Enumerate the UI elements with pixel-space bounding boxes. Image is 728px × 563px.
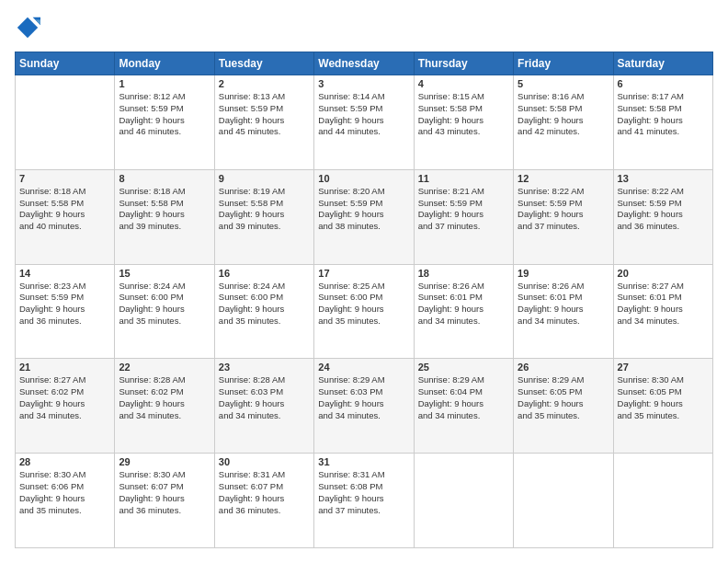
day-info: Sunrise: 8:18 AMSunset: 5:58 PMDaylight:… [119,186,210,233]
weekday-header-thursday: Thursday [414,52,513,75]
day-number: 25 [418,362,509,373]
calendar-cell [16,75,115,170]
calendar-cell: 3Sunrise: 8:14 AMSunset: 5:59 PMDaylight… [314,75,414,170]
day-info: Sunrise: 8:26 AMSunset: 6:01 PMDaylight:… [418,281,509,327]
calendar-week-3: 14Sunrise: 8:23 AMSunset: 5:59 PMDayligh… [16,264,713,359]
day-info: Sunrise: 8:29 AMSunset: 6:04 PMDaylight:… [418,374,509,421]
day-number: 20 [618,268,709,279]
calendar-cell: 10Sunrise: 8:20 AMSunset: 5:59 PMDayligh… [314,169,414,264]
day-number: 22 [119,362,210,373]
day-info: Sunrise: 8:27 AMSunset: 6:01 PMDaylight:… [618,281,709,327]
day-info: Sunrise: 8:24 AMSunset: 6:00 PMDaylight:… [119,281,210,327]
day-number: 27 [618,362,709,373]
calendar-table: SundayMondayTuesdayWednesdayThursdayFrid… [15,52,713,548]
day-number: 6 [618,78,709,89]
calendar-cell: 26Sunrise: 8:29 AMSunset: 6:05 PMDayligh… [514,359,613,454]
day-number: 29 [119,456,210,467]
calendar-cell: 17Sunrise: 8:25 AMSunset: 6:00 PMDayligh… [314,264,414,359]
calendar-week-1: 1Sunrise: 8:12 AMSunset: 5:59 PMDaylight… [16,75,713,170]
day-info: Sunrise: 8:21 AMSunset: 5:59 PMDaylight:… [418,186,509,233]
day-number: 24 [318,362,409,373]
calendar-cell: 9Sunrise: 8:19 AMSunset: 5:58 PMDaylight… [214,169,313,264]
day-info: Sunrise: 8:20 AMSunset: 5:59 PMDaylight:… [318,186,409,233]
day-number: 11 [418,173,509,184]
day-info: Sunrise: 8:15 AMSunset: 5:58 PMDaylight:… [418,91,509,138]
day-number: 10 [318,173,409,184]
day-info: Sunrise: 8:14 AMSunset: 5:59 PMDaylight:… [318,91,409,138]
day-number: 17 [318,268,409,279]
weekday-header-monday: Monday [115,52,214,75]
calendar-cell: 4Sunrise: 8:15 AMSunset: 5:58 PMDaylight… [414,75,513,170]
calendar-cell: 30Sunrise: 8:31 AMSunset: 6:07 PMDayligh… [214,454,313,548]
weekday-header-wednesday: Wednesday [314,52,414,75]
day-info: Sunrise: 8:22 AMSunset: 5:59 PMDaylight:… [618,186,709,233]
day-info: Sunrise: 8:26 AMSunset: 6:01 PMDaylight:… [518,281,609,327]
calendar-cell: 28Sunrise: 8:30 AMSunset: 6:06 PMDayligh… [16,454,115,548]
day-number: 13 [618,173,709,184]
calendar-cell: 25Sunrise: 8:29 AMSunset: 6:04 PMDayligh… [414,359,513,454]
calendar-cell: 19Sunrise: 8:26 AMSunset: 6:01 PMDayligh… [514,264,613,359]
day-number: 15 [119,268,210,279]
calendar-cell: 11Sunrise: 8:21 AMSunset: 5:59 PMDayligh… [414,169,513,264]
calendar-cell: 6Sunrise: 8:17 AMSunset: 5:58 PMDaylight… [613,75,712,170]
calendar-week-5: 28Sunrise: 8:30 AMSunset: 6:06 PMDayligh… [16,454,713,548]
day-info: Sunrise: 8:30 AMSunset: 6:05 PMDaylight:… [618,374,709,421]
day-number: 16 [219,268,310,279]
day-info: Sunrise: 8:31 AMSunset: 6:07 PMDaylight:… [219,469,310,516]
calendar-cell: 12Sunrise: 8:22 AMSunset: 5:59 PMDayligh… [514,169,613,264]
calendar-cell [414,454,513,548]
page: SundayMondayTuesdayWednesdayThursdayFrid… [0,0,728,563]
weekday-header-tuesday: Tuesday [214,52,313,75]
day-info: Sunrise: 8:13 AMSunset: 5:59 PMDaylight:… [219,91,310,138]
day-number: 3 [318,78,409,89]
day-info: Sunrise: 8:28 AMSunset: 6:03 PMDaylight:… [219,374,310,421]
calendar-cell: 8Sunrise: 8:18 AMSunset: 5:58 PMDaylight… [115,169,214,264]
calendar-cell [613,454,712,548]
calendar-cell: 27Sunrise: 8:30 AMSunset: 6:05 PMDayligh… [613,359,712,454]
calendar-cell: 7Sunrise: 8:18 AMSunset: 5:58 PMDaylight… [16,169,115,264]
day-number: 9 [219,173,310,184]
day-info: Sunrise: 8:31 AMSunset: 6:08 PMDaylight:… [318,469,409,516]
logo [15,15,42,40]
day-info: Sunrise: 8:18 AMSunset: 5:58 PMDaylight:… [19,186,110,233]
day-number: 12 [518,173,609,184]
day-number: 2 [219,78,310,89]
day-info: Sunrise: 8:22 AMSunset: 5:59 PMDaylight:… [518,186,609,233]
day-info: Sunrise: 8:19 AMSunset: 5:58 PMDaylight:… [219,186,310,233]
day-info: Sunrise: 8:29 AMSunset: 6:03 PMDaylight:… [318,374,409,421]
day-number: 4 [418,78,509,89]
day-info: Sunrise: 8:24 AMSunset: 6:00 PMDaylight:… [219,281,310,327]
calendar-cell: 5Sunrise: 8:16 AMSunset: 5:58 PMDaylight… [514,75,613,170]
day-info: Sunrise: 8:12 AMSunset: 5:59 PMDaylight:… [119,91,210,138]
calendar-cell: 24Sunrise: 8:29 AMSunset: 6:03 PMDayligh… [314,359,414,454]
weekday-header-saturday: Saturday [613,52,712,75]
calendar-cell: 14Sunrise: 8:23 AMSunset: 5:59 PMDayligh… [16,264,115,359]
calendar-cell: 22Sunrise: 8:28 AMSunset: 6:02 PMDayligh… [115,359,214,454]
svg-marker-0 [17,17,38,38]
calendar-cell [514,454,613,548]
calendar-cell: 18Sunrise: 8:26 AMSunset: 6:01 PMDayligh… [414,264,513,359]
calendar-cell: 13Sunrise: 8:22 AMSunset: 5:59 PMDayligh… [613,169,712,264]
weekday-header-friday: Friday [514,52,613,75]
day-number: 18 [418,268,509,279]
day-number: 8 [119,173,210,184]
day-info: Sunrise: 8:29 AMSunset: 6:05 PMDaylight:… [518,374,609,421]
calendar-cell: 16Sunrise: 8:24 AMSunset: 6:00 PMDayligh… [214,264,313,359]
logo-icon [15,15,40,40]
calendar-cell: 31Sunrise: 8:31 AMSunset: 6:08 PMDayligh… [314,454,414,548]
day-info: Sunrise: 8:27 AMSunset: 6:02 PMDaylight:… [19,374,110,421]
day-number: 1 [119,78,210,89]
day-number: 26 [518,362,609,373]
day-info: Sunrise: 8:30 AMSunset: 6:06 PMDaylight:… [19,469,110,516]
day-number: 7 [19,173,110,184]
weekday-header-sunday: Sunday [16,52,115,75]
day-number: 23 [219,362,310,373]
calendar-cell: 2Sunrise: 8:13 AMSunset: 5:59 PMDaylight… [214,75,313,170]
day-number: 31 [318,456,409,467]
day-info: Sunrise: 8:25 AMSunset: 6:00 PMDaylight:… [318,281,409,327]
weekday-header-row: SundayMondayTuesdayWednesdayThursdayFrid… [16,52,713,75]
day-info: Sunrise: 8:30 AMSunset: 6:07 PMDaylight:… [119,469,210,516]
calendar-cell: 29Sunrise: 8:30 AMSunset: 6:07 PMDayligh… [115,454,214,548]
day-number: 30 [219,456,310,467]
calendar-cell: 1Sunrise: 8:12 AMSunset: 5:59 PMDaylight… [115,75,214,170]
